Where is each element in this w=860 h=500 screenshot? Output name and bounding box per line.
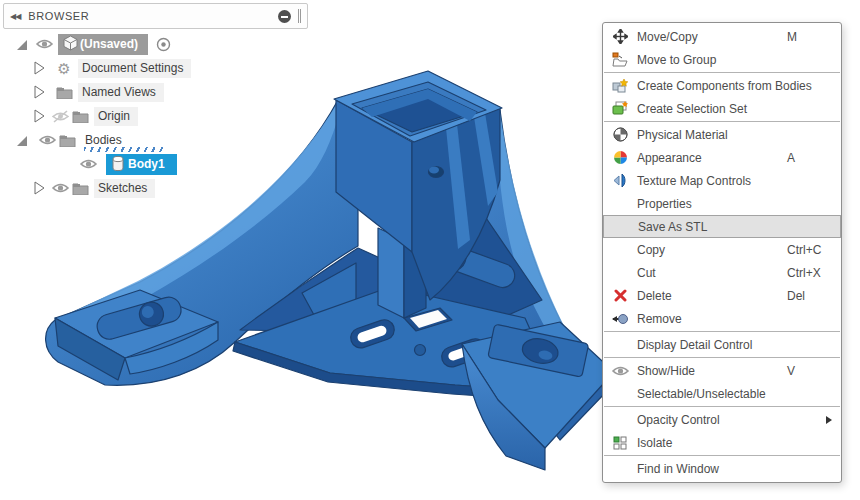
gear-icon: ⚙ xyxy=(54,59,74,77)
tree-item-label: Body1 xyxy=(128,157,165,171)
expand-arrow-icon[interactable] xyxy=(32,109,46,123)
shortcut: A xyxy=(787,151,795,165)
move-arrows-icon xyxy=(603,29,637,44)
eye-visible-icon[interactable] xyxy=(34,35,54,53)
child-selected-hatch xyxy=(84,147,164,152)
shortcut: Del xyxy=(787,289,805,303)
menu-item-create-selection-set[interactable]: Create Selection Set xyxy=(603,97,841,120)
application-canvas: ◀◀ BROWSER (Unsaved) xyxy=(0,0,860,500)
tree-item-bodies[interactable]: Bodies xyxy=(14,130,130,150)
menu-item-texture-map-controls[interactable]: Texture Map Controls xyxy=(603,169,841,192)
menu-separator xyxy=(604,455,840,456)
browser-panel-title: BROWSER xyxy=(28,10,89,22)
minimize-panel-icon[interactable] xyxy=(278,10,291,23)
menu-item-delete[interactable]: Delete Del xyxy=(603,284,841,307)
color-wheel-icon xyxy=(603,150,637,165)
browser-panel-header[interactable]: ◀◀ BROWSER xyxy=(3,3,308,29)
tree-item-label[interactable]: Origin xyxy=(94,107,138,126)
menu-item-physical-material[interactable]: Physical Material xyxy=(603,123,841,146)
folder-icon xyxy=(70,107,90,125)
delete-x-icon xyxy=(603,289,637,302)
tree-item-label: (Unsaved) xyxy=(80,37,138,51)
eye-visible-icon[interactable] xyxy=(78,155,98,173)
menu-item-move-copy[interactable]: Move/Copy M xyxy=(603,25,841,48)
menu-item-show-hide[interactable]: Show/Hide V xyxy=(603,359,841,382)
shortcut: V xyxy=(787,364,795,378)
activate-radio-icon[interactable] xyxy=(153,35,173,53)
create-components-icon xyxy=(603,78,637,93)
tree-item-origin[interactable]: Origin xyxy=(32,106,138,126)
material-sphere-icon xyxy=(603,127,637,142)
menu-separator xyxy=(604,331,840,332)
texture-map-icon xyxy=(603,173,637,188)
folder-icon xyxy=(54,83,74,101)
eye-hidden-icon[interactable] xyxy=(50,107,70,125)
menu-separator xyxy=(604,357,840,358)
menu-item-appearance[interactable]: Appearance A xyxy=(603,146,841,169)
expand-arrow-icon[interactable] xyxy=(32,85,46,99)
menu-item-isolate[interactable]: Isolate xyxy=(603,431,841,454)
menu-item-cut[interactable]: Cut Ctrl+X xyxy=(603,261,841,284)
tree-item-document-settings[interactable]: ⚙ Document Settings xyxy=(32,58,191,78)
collapse-panel-icon[interactable]: ◀◀ xyxy=(10,12,20,21)
expand-arrow-icon[interactable] xyxy=(32,61,46,75)
shortcut: M xyxy=(787,30,797,44)
selection-set-icon xyxy=(603,101,637,116)
shortcut: Ctrl+C xyxy=(787,243,821,257)
tree-item-label[interactable]: Document Settings xyxy=(78,59,191,78)
menu-item-properties[interactable]: Properties xyxy=(603,192,841,215)
expand-collapse-icon[interactable] xyxy=(14,133,28,147)
remove-arrow-icon xyxy=(603,313,637,325)
selected-body-label[interactable]: Body1 xyxy=(106,154,177,175)
expand-collapse-icon[interactable] xyxy=(14,37,28,51)
menu-item-opacity-control[interactable]: Opacity Control xyxy=(603,408,841,431)
menu-item-find-in-window[interactable]: Find in Window xyxy=(603,457,841,480)
body-cylinder-icon xyxy=(108,155,128,173)
menu-item-create-components-from-bodies[interactable]: Create Components from Bodies xyxy=(603,74,841,97)
menu-separator xyxy=(604,406,840,407)
menu-item-copy[interactable]: Copy Ctrl+C xyxy=(603,238,841,261)
tree-item-label[interactable]: Sketches xyxy=(94,179,155,198)
panel-resize-grip-icon[interactable] xyxy=(298,9,301,23)
menu-item-save-as-stl[interactable]: Save As STL xyxy=(603,215,841,238)
component-cube-icon xyxy=(60,35,80,53)
isolate-grid-icon xyxy=(603,436,637,450)
folder-icon xyxy=(57,131,77,149)
tree-item-sketches[interactable]: Sketches xyxy=(32,178,155,198)
eye-visible-icon[interactable] xyxy=(37,131,57,149)
expand-arrow-icon[interactable] xyxy=(32,181,46,195)
shortcut: Ctrl+X xyxy=(787,266,821,280)
tree-item-label[interactable]: Named Views xyxy=(78,83,164,102)
eye-icon xyxy=(603,365,637,377)
tree-item-body1[interactable]: Body1 xyxy=(78,154,177,174)
menu-item-selectable-unselectable[interactable]: Selectable/Unselectable xyxy=(603,382,841,405)
root-component-label[interactable]: (Unsaved) xyxy=(58,34,148,55)
submenu-arrow-icon xyxy=(826,416,832,424)
context-menu: Move/Copy M Move to Group Create Compone… xyxy=(602,22,842,483)
menu-separator xyxy=(604,72,840,73)
folder-icon xyxy=(70,179,90,197)
bracket-body[interactable] xyxy=(46,71,614,470)
menu-item-move-to-group[interactable]: Move to Group xyxy=(603,48,841,71)
tree-item-unsaved-root[interactable]: (Unsaved) xyxy=(14,34,173,54)
tree-item-named-views[interactable]: Named Views xyxy=(32,82,164,102)
move-to-group-folder-icon xyxy=(603,52,637,67)
eye-visible-icon[interactable] xyxy=(50,179,70,197)
menu-item-display-detail-control[interactable]: Display Detail Control xyxy=(603,333,841,356)
menu-separator xyxy=(604,121,840,122)
menu-item-remove[interactable]: Remove xyxy=(603,307,841,330)
